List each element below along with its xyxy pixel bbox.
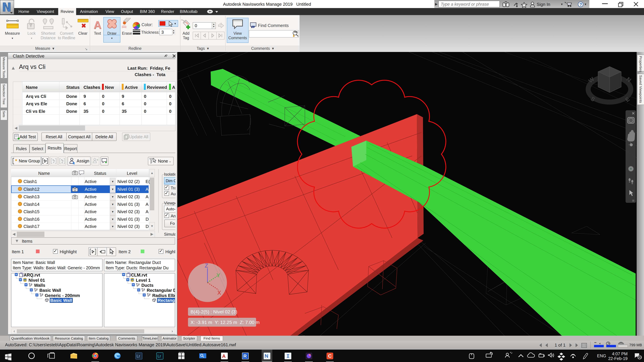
svg-text:Rectangul: Rectangul [158,298,175,303]
svg-text:Radius Elbow: Radius Elbow [152,293,175,298]
svg-text:20: 20 [638,356,641,359]
svg-text:ABC: ABC [294,31,298,33]
svg-text:X: -3.91 m Y: 12.25 m Z: 7.0: X: -3.91 m Y: 12.25 m Z: 7.00 m [190,320,260,325]
svg-text:Ducts: Ducts [142,283,154,288]
svg-text:Basic Wall: Basic Wall [40,288,61,293]
svg-text:Y: Y [216,272,220,278]
svg-text:CLM.rvt: CLM.rvt [131,273,147,278]
svg-text:C: C [328,353,332,359]
svg-text:A: A [222,353,226,359]
svg-text:Sign In: Sign In [537,2,550,7]
svg-text:Rectangular Du: Rectangular Du [147,288,175,293]
svg-text:Basic Wall: Basic Wall [50,298,72,303]
svg-text:Lr: Lr [136,354,140,358]
svg-text:22-Feb-19: 22-Feb-19 [608,356,628,361]
svg-text:N: N [265,353,268,359]
svg-text:R: R [243,354,247,359]
svg-text:Z: Z [205,263,208,269]
svg-text:Nivel 01: Nivel 01 [28,278,45,283]
svg-text:Lr: Lr [158,354,161,358]
svg-text:▾: ▾ [561,2,563,6]
svg-text:4:07 PM: 4:07 PM [612,352,628,356]
svg-text:X: X [217,290,221,296]
svg-text:Generic - 200mm: Generic - 200mm [45,293,80,298]
svg-text:▾: ▾ [585,2,586,6]
svg-text:?: ? [580,2,582,7]
svg-text:B(4)-2(5) : Nivel 02 (3): B(4)-2(5) : Nivel 02 (3) [190,309,237,314]
svg-text:I: I [286,354,290,359]
svg-text:Walls: Walls [34,283,45,288]
svg-text:ARQ.rvt: ARQ.rvt [24,273,40,278]
svg-text:ENG: ENG [597,354,606,358]
svg-text:Level 1: Level 1 [136,278,150,283]
